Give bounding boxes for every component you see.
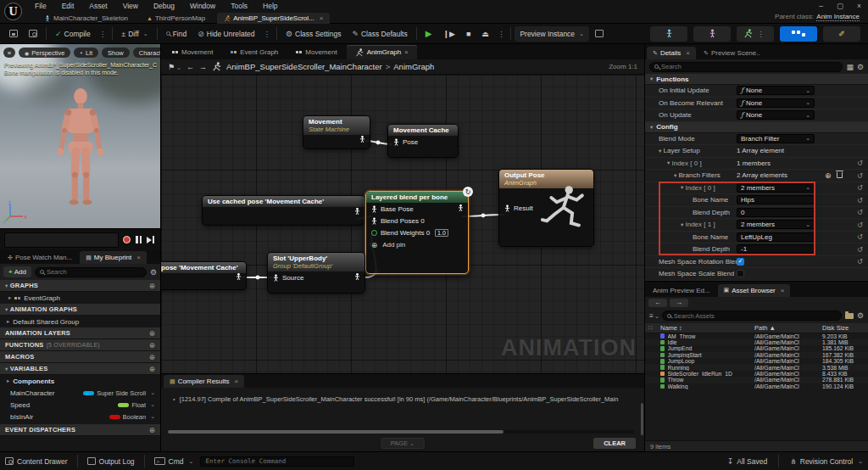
display-filter-icon[interactable]: ▦ bbox=[846, 63, 854, 71]
variable-visibility-icon[interactable]: ⌄ bbox=[150, 401, 155, 408]
blend-mode-dropdown[interactable]: Branch Filter⌄ bbox=[737, 134, 815, 143]
config-section-header[interactable]: ▾Config bbox=[645, 122, 868, 133]
tab-animbp[interactable]: AnimBP_SuperSideScrol... × bbox=[217, 13, 330, 24]
lit-dropdown[interactable]: ◐Lit bbox=[74, 48, 98, 58]
menu-item[interactable]: Debug bbox=[146, 0, 182, 12]
frame-skip-button[interactable]: ❙▶ bbox=[437, 26, 459, 42]
console-command-field[interactable] bbox=[200, 456, 354, 467]
maximize-button[interactable]: ▢ bbox=[837, 2, 843, 10]
base-pose-pin[interactable]: Base Pose bbox=[381, 205, 414, 213]
asset-row[interactable]: Walking /All/Game/MainCl 190.124 KiB bbox=[645, 383, 868, 389]
details-search-input[interactable] bbox=[661, 63, 837, 70]
mesh-mode-button[interactable] bbox=[693, 26, 731, 42]
reset-icon[interactable]: ↺ bbox=[857, 183, 863, 192]
tab-close-icon[interactable]: × bbox=[404, 48, 409, 56]
blueprint-search[interactable] bbox=[35, 267, 147, 277]
add-dispatcher-icon[interactable]: ⊕ bbox=[149, 426, 155, 434]
tab-compiler-results[interactable]: ▤Compiler Results× bbox=[164, 375, 244, 388]
add-graph-icon[interactable]: ⊕ bbox=[149, 282, 155, 290]
compile-button[interactable]: ✓Compile bbox=[50, 26, 96, 42]
reset-icon[interactable]: ↺ bbox=[857, 208, 863, 216]
cmd-dropdown[interactable]: >_Cmd⌄ bbox=[154, 457, 194, 466]
asset-row[interactable]: SideScroller_IdleRun_1D /All/Game/MainCl… bbox=[645, 371, 868, 377]
members-dropdown[interactable]: 2 members⌄ bbox=[737, 220, 815, 229]
functions-section-header[interactable]: ▾Functions bbox=[645, 74, 868, 85]
forward-icon[interactable]: → bbox=[199, 63, 207, 71]
tab-movement-1[interactable]: Movement bbox=[164, 45, 221, 59]
hide-unrelated-options-icon[interactable]: ⋮ bbox=[260, 30, 273, 38]
preview-instance-dropdown[interactable]: Preview Instance⌄ bbox=[515, 26, 589, 42]
bookmark-icon[interactable]: ⚑⌄ bbox=[168, 63, 181, 71]
function-binding-dropdown[interactable]: ƒNone⌄ bbox=[737, 98, 815, 108]
members-dropdown[interactable]: 2 members⌄ bbox=[737, 183, 815, 193]
settings-gear-icon[interactable]: ⚙ bbox=[857, 311, 864, 320]
blend-depth-input[interactable]: -1 bbox=[737, 244, 815, 254]
animation-mode-button[interactable]: ⋮ bbox=[737, 26, 774, 42]
add-macro-icon[interactable]: ⊕ bbox=[149, 353, 155, 361]
graph-canvas[interactable]: MovementState Machine Movement Cache Pos… bbox=[161, 75, 644, 373]
reset-icon[interactable]: ↺ bbox=[857, 257, 863, 266]
column-disk-size[interactable]: Disk Size bbox=[822, 324, 868, 332]
node-movement-cache[interactable]: Movement Cache Pose bbox=[387, 124, 459, 158]
play-options-icon[interactable]: ⋮ bbox=[495, 30, 508, 38]
reset-icon[interactable]: ↺ bbox=[857, 159, 863, 167]
menu-item[interactable]: Window bbox=[182, 0, 223, 12]
asset-row[interactable]: Running /All/Game/MainCl 3.538 MiB bbox=[645, 364, 868, 370]
stop-button[interactable]: ■ bbox=[461, 26, 476, 42]
function-binding-dropdown[interactable]: ƒNone⌄ bbox=[737, 110, 815, 120]
asset-row[interactable]: Idle /All/Game/MainCl 1.381 MiB bbox=[645, 339, 868, 345]
node-slot-upperbody[interactable]: Slot 'UpperBody'Group 'DefaultGroup' Sou… bbox=[267, 252, 365, 294]
pose-in-pin[interactable]: Pose bbox=[403, 138, 418, 146]
bone-name-input[interactable]: Hips bbox=[737, 195, 815, 204]
tab-maincharacter-skeleton[interactable]: MainCharacter_Skeleton bbox=[37, 13, 135, 24]
clear-button[interactable]: CLEAR bbox=[593, 438, 636, 449]
viewport-menu-button[interactable]: ≡ bbox=[3, 48, 15, 58]
add-variable-icon[interactable]: ⊕ bbox=[149, 365, 155, 373]
functions-header[interactable]: FUNCTIONS(5 OVERRIDABLE)⊕ bbox=[0, 339, 160, 351]
preview-viewport[interactable]: ≡ ◉Perspective ◐Lit Show Character Previ… bbox=[0, 44, 160, 250]
asset-row[interactable]: JumpEnd /All/Game/MainCl 185.162 KiB bbox=[645, 345, 868, 351]
add-function-icon[interactable]: ⊕ bbox=[149, 341, 155, 350]
record-button[interactable] bbox=[123, 236, 131, 243]
node-use-cached-pose-2[interactable]: d pose 'Movement Cache' bbox=[161, 261, 247, 290]
menu-item[interactable]: File bbox=[27, 0, 54, 12]
close-button[interactable]: × bbox=[857, 2, 861, 10]
pose-out-pin[interactable] bbox=[458, 204, 464, 214]
breadcrumb[interactable]: AnimBP_SuperSideScroller_MainCharacter>A… bbox=[226, 62, 434, 71]
result-pin[interactable]: Result bbox=[514, 204, 533, 212]
hide-unrelated-button[interactable]: ⊘Hide Unrelated bbox=[192, 26, 259, 42]
pose-out-pin[interactable] bbox=[354, 208, 360, 217]
source-pin[interactable]: Source bbox=[282, 274, 303, 282]
pause-button[interactable] bbox=[136, 236, 142, 243]
asset-row[interactable]: JumpingStart /All/Game/MainCl 167.382 Ki… bbox=[645, 352, 868, 358]
column-name[interactable]: Name ↕ bbox=[660, 324, 754, 332]
menu-item[interactable]: Edit bbox=[54, 0, 82, 12]
asset-search-input[interactable] bbox=[674, 312, 837, 320]
perspective-dropdown[interactable]: ◉Perspective bbox=[19, 48, 70, 58]
tab-anim-preview-editor[interactable]: Anim Preview Ed... bbox=[647, 284, 716, 297]
default-shared-group-item[interactable]: ▸Default Shared Group bbox=[0, 316, 160, 327]
tab-pose-watch-manager[interactable]: ✣Pose Watch Man... bbox=[2, 251, 78, 264]
asset-search[interactable] bbox=[662, 311, 842, 321]
skeleton-mode-button[interactable] bbox=[650, 26, 687, 42]
event-graph-item[interactable]: ▸EventGraph bbox=[0, 292, 160, 304]
add-layer-icon[interactable]: ⊕ bbox=[149, 329, 155, 338]
pose-out-pin[interactable] bbox=[359, 136, 365, 145]
bone-name-input[interactable]: LeftUpLeg bbox=[737, 232, 815, 242]
show-dropdown[interactable]: Show bbox=[102, 48, 130, 58]
node-layered-blend-per-bone[interactable]: ↻ Layered blend per bone Base Pose Blend… bbox=[365, 191, 469, 274]
asset-row[interactable]: JumpLoop /All/Game/MainCl 184.305 KiB bbox=[645, 358, 868, 364]
event-dispatchers-header[interactable]: EVENT DISPATCHERS⊕ bbox=[0, 424, 160, 436]
menu-item[interactable]: Asset bbox=[81, 0, 114, 12]
column-path[interactable]: Path ▲ bbox=[754, 324, 822, 332]
graphs-header[interactable]: ▾ GRAPHS⊕ bbox=[0, 280, 160, 292]
node-movement-state-machine[interactable]: MovementState Machine bbox=[303, 115, 370, 149]
tab-animgraph[interactable]: AnimGraph× bbox=[347, 45, 417, 59]
mesh-rotation-checkbox[interactable]: ✓ bbox=[737, 258, 744, 266]
tab-close-icon[interactable]: × bbox=[136, 254, 141, 261]
variable-visibility-icon[interactable]: ⌄ bbox=[150, 413, 155, 420]
variable-row[interactable]: bIsInAir Boolean ⌄ bbox=[0, 411, 160, 422]
timeline-scrubber[interactable] bbox=[4, 232, 119, 248]
diff-button[interactable]: ±Diff⌄ bbox=[116, 26, 153, 42]
class-settings-button[interactable]: ⚙Class Settings bbox=[281, 26, 346, 42]
